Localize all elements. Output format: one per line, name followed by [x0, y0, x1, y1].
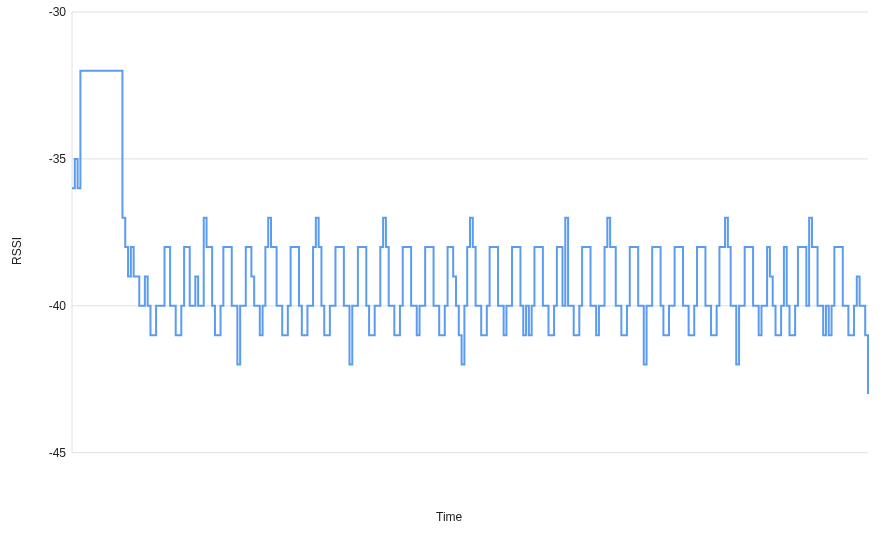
chart-container: RSSI Time -30 -35 -40 -45 [0, 0, 886, 536]
rssi-series-line [72, 71, 868, 394]
chart-plot [0, 0, 886, 536]
